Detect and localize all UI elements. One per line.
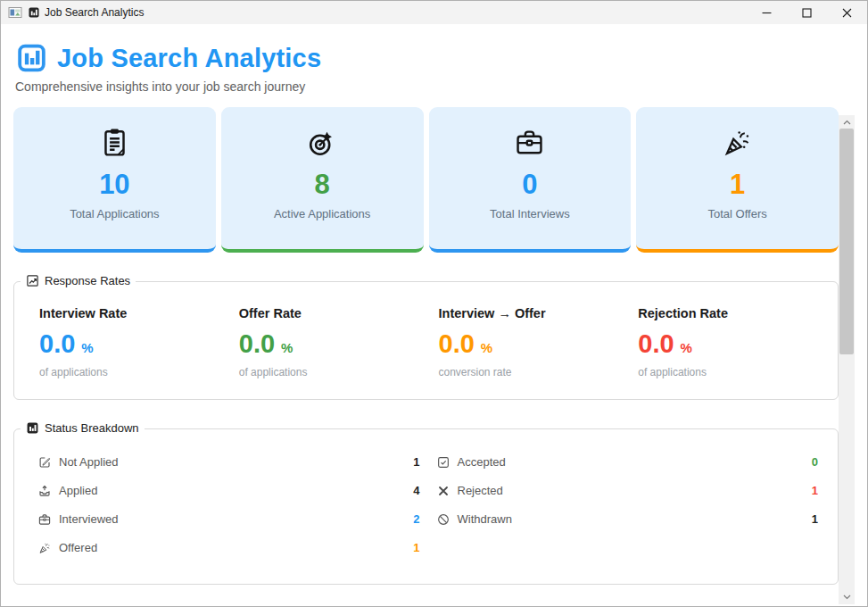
maximize-icon [802,8,812,18]
metric-interview-rate: Interview Rate 0.0 % of applications [39,306,239,378]
close-button[interactable] [827,1,867,24]
outbox-icon [37,484,52,498]
metric-unit: % [681,340,692,355]
status-row-withdrawn: Withdrawn 1 [436,511,819,528]
target-icon [306,126,339,159]
metric-sublabel: conversion rate [439,366,639,378]
status-column-right: Accepted 0 Rejected 1 [436,453,819,556]
analytics-logo-icon [15,43,48,73]
status-row-rejected: Rejected 1 [436,482,819,499]
status-count: 1 [812,484,818,497]
window-title: Job Search Analytics [45,6,144,19]
stat-label: Active Applications [274,207,370,220]
metric-value: 0.0 [439,331,475,357]
status-column-left: Not Applied 1 Applied 4 [37,453,420,556]
bar-chart-icon [28,6,40,19]
metric-value: 0.0 [239,331,275,357]
window-controls [747,1,867,24]
status-row-interviewed: Interviewed 2 [37,511,420,528]
briefcase-icon [37,512,52,527]
chevron-up-icon [843,120,851,125]
status-count: 1 [413,541,419,554]
bar-chart-icon [26,421,39,435]
status-label: Not Applied [59,455,119,469]
maximize-button[interactable] [787,1,827,24]
stat-card-total-applications: 10 Total Applications [13,107,216,253]
metric-interview-to-offer: Interview → Offer 0.0 % conversion rate [439,306,639,378]
page-title: Job Search Analytics [57,44,321,73]
minimize-icon [762,8,772,18]
metric-unit: % [81,340,93,355]
scroll-down-arrow[interactable] [839,590,855,604]
stat-label: Total Interviews [490,207,570,220]
status-breakdown-legend: Status Breakdown [21,421,145,435]
vertical-scrollbar[interactable] [839,115,855,604]
dashboard-content: 10 Total Applications 8 Active Applicati… [1,94,867,585]
metric-rejection-rate: Rejection Rate 0.0 % of applications [638,306,838,378]
stat-label: Total Offers [708,207,767,220]
stat-card-total-interviews: 0 Total Interviews [429,107,632,253]
clipboard-icon [98,126,131,159]
minimize-button[interactable] [747,1,787,24]
status-label: Rejected [458,484,503,497]
status-grid: Not Applied 1 Applied 4 [14,429,838,579]
metric-value: 0.0 [638,331,674,357]
metric-sublabel: of applications [638,366,838,378]
status-breakdown-section: Status Breakdown Not Applied 1 [13,428,839,585]
chart-increasing-icon [26,274,39,287]
checkbox-checked-icon [436,455,451,470]
metric-sublabel: of applications [239,366,439,378]
status-label: Accepted [458,455,506,469]
party-popper-icon [721,126,754,159]
metric-unit: % [481,340,492,355]
status-count: 0 [812,455,818,469]
stat-cards: 10 Total Applications 8 Active Applicati… [13,107,839,253]
stat-card-active-applications: 8 Active Applications [221,107,424,253]
app-window: Job Search Analytics [0,0,868,607]
section-title: Response Rates [45,274,130,287]
status-row-offered: Offered 1 [37,539,420,556]
memo-icon [37,455,52,470]
stat-value: 1 [730,170,745,198]
metric-sublabel: of applications [39,366,239,378]
close-icon [842,8,852,18]
status-label: Applied [59,484,97,497]
status-count: 1 [812,512,818,526]
response-rates-section: Response Rates Interview Rate 0.0 % of a… [13,281,839,400]
response-rates-legend: Response Rates [21,274,136,287]
window-image-icon [8,5,22,20]
status-count: 2 [413,512,419,526]
section-title: Status Breakdown [45,421,139,435]
prohibited-icon [436,512,451,527]
metric-offer-rate: Offer Rate 0.0 % of applications [239,306,439,378]
status-row-accepted: Accepted 0 [436,453,819,470]
page-subtitle: Comprehensive insights into your job sea… [15,79,853,94]
stat-value: 10 [99,170,129,198]
status-label: Withdrawn [458,512,512,526]
status-label: Offered [59,541,97,554]
chevron-down-icon [843,595,851,600]
stat-value: 8 [315,170,330,198]
status-label: Interviewed [59,512,118,526]
page-header: Job Search Analytics Comprehensive insig… [1,24,867,94]
metric-unit: % [281,340,293,355]
metrics-row: Interview Rate 0.0 % of applications Off… [14,282,838,400]
scrollbar-thumb[interactable] [839,129,854,354]
party-popper-icon [37,541,52,555]
status-row-applied: Applied 4 [37,482,420,499]
stat-value: 0 [522,170,537,198]
stat-card-total-offers: 1 Total Offers [636,107,839,253]
cross-mark-icon [436,484,451,498]
briefcase-icon [513,126,546,159]
scroll-up-arrow[interactable] [839,115,855,129]
status-count: 1 [413,455,419,469]
status-count: 4 [413,484,419,497]
title-bar: Job Search Analytics [1,1,867,24]
status-row-not-applied: Not Applied 1 [37,453,420,470]
metric-value: 0.0 [39,331,75,357]
stat-label: Total Applications [70,207,159,220]
